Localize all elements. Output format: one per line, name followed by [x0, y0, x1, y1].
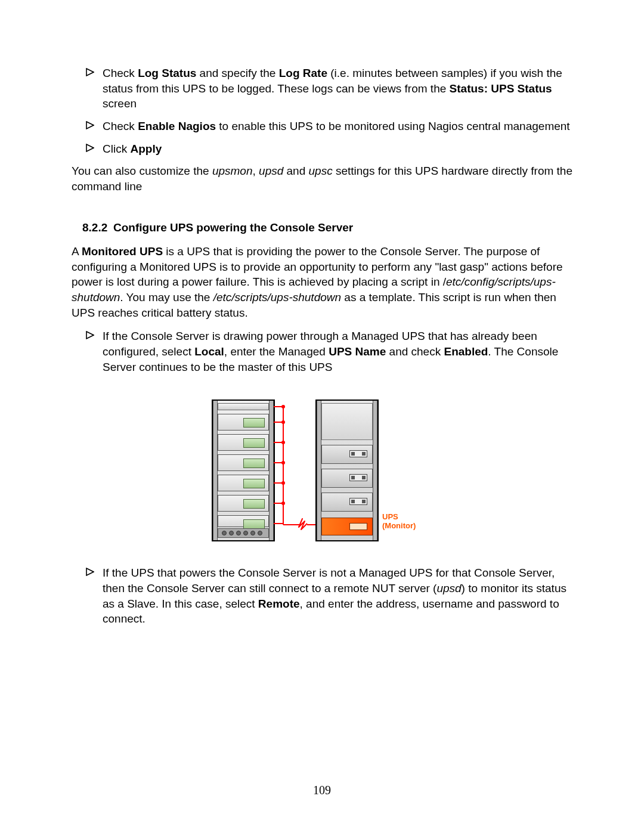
triangle-bullet-icon — [86, 66, 103, 112]
server-rack-icon — [212, 400, 275, 541]
section-heading-8-2-2: 8.2.2Configure UPS powering the Console … — [82, 220, 572, 236]
bullet-list-822-b: If the UPS that powers the Console Serve… — [86, 565, 572, 627]
figure-rack-diagram: UPS (Monitor) — [72, 400, 572, 547]
section-number: 8.2.2 — [82, 220, 113, 236]
bullet-item: Check Log Status and specify the Log Rat… — [86, 66, 572, 112]
bullet-text: Click Apply — [103, 141, 572, 157]
ups-label: UPS (Monitor) — [382, 513, 416, 530]
bullet-list-top: Check Log Status and specify the Log Rat… — [86, 66, 572, 156]
page-number: 109 — [0, 782, 644, 798]
paragraph-cmdline: You can also customize the upsmon, upsd … — [72, 163, 572, 194]
bullet-item: If the UPS that powers the Console Serve… — [86, 565, 572, 627]
bullet-text: If the Console Server is drawing power t… — [103, 329, 572, 374]
paragraph-822-intro: A Monitored UPS is a UPS that is providi… — [72, 244, 572, 320]
ups-monitor-unit-icon — [321, 518, 373, 535]
triangle-bullet-icon — [86, 141, 103, 157]
bullet-text: Check Enable Nagios to enable this UPS t… — [103, 119, 572, 134]
section-title: Configure UPS powering the Console Serve… — [113, 221, 353, 234]
bullet-item: If the Console Server is drawing power t… — [86, 329, 572, 374]
bullet-item: Click Apply — [86, 141, 572, 157]
power-cables-icon — [274, 400, 315, 541]
triangle-bullet-icon — [86, 565, 103, 627]
bullet-text: Check Log Status and specify the Log Rat… — [103, 66, 572, 112]
bullet-item: Check Enable Nagios to enable this UPS t… — [86, 119, 572, 134]
triangle-bullet-icon — [86, 329, 103, 374]
bullet-text: If the UPS that powers the Console Serve… — [103, 565, 572, 627]
rack-diagram: UPS (Monitor) — [212, 400, 432, 547]
page-content: Check Log Status and specify the Log Rat… — [0, 0, 644, 627]
bullet-list-822-a: If the Console Server is drawing power t… — [86, 329, 572, 374]
ups-rack-icon — [315, 400, 379, 541]
triangle-bullet-icon — [86, 119, 103, 134]
